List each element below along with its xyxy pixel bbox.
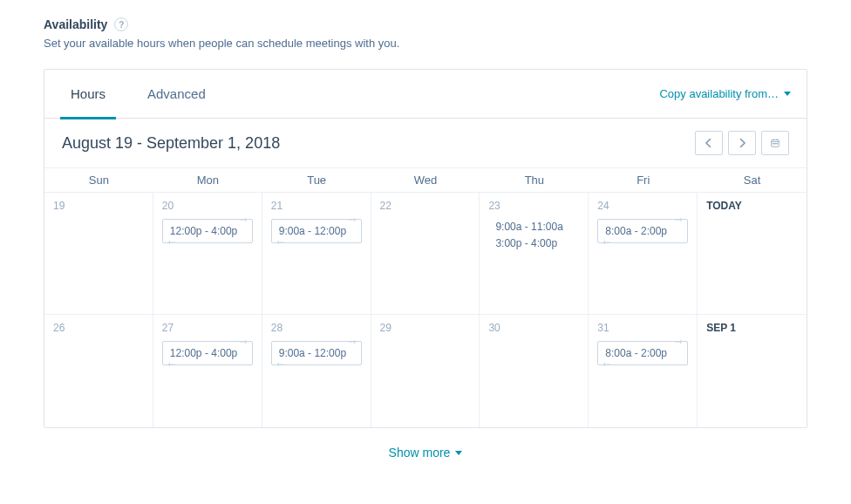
calendar-icon	[771, 139, 780, 147]
day-number: SEP 1	[706, 322, 798, 334]
day-number: 23	[488, 200, 579, 212]
time-slot[interactable]: 8:00a - 2:00p	[597, 219, 688, 243]
day-cell[interactable]: SEP 1	[698, 314, 807, 427]
day-cell[interactable]: 28 9:00a - 12:00p	[262, 314, 371, 427]
dayhead-sat: Sat	[698, 167, 807, 192]
prev-button[interactable]	[695, 131, 723, 155]
show-more-label: Show more	[389, 446, 451, 460]
time-slot-label: 8:00a - 2:00p	[605, 347, 667, 359]
copy-availability-dropdown[interactable]: Copy availability from…	[659, 87, 791, 100]
day-cell[interactable]: 19	[44, 192, 153, 314]
week-row-2: 26 27 12:00p - 4:00p 28 9:00a - 12:00p 2…	[44, 314, 807, 427]
slot-arrow-icon	[240, 217, 248, 222]
time-slot-label: 12:00p - 4:00p	[170, 225, 237, 237]
availability-card: Hours Advanced Copy availability from… A…	[44, 69, 807, 428]
slot-arrow-icon	[240, 339, 248, 344]
slot-arrow-icon	[675, 339, 684, 344]
day-number: 30	[488, 322, 579, 334]
time-slot-text: 3:00p - 4:00p	[488, 235, 579, 252]
day-number: 21	[271, 200, 362, 212]
time-slot-label: 12:00p - 4:00p	[170, 347, 237, 359]
section-description: Set your available hours when people can…	[44, 37, 807, 50]
day-number: 27	[162, 322, 253, 334]
dayhead-tue: Tue	[262, 167, 371, 192]
chevron-right-icon	[738, 139, 746, 147]
svg-rect-5	[774, 143, 775, 144]
time-slot[interactable]: 12:00p - 4:00p	[162, 341, 253, 365]
dayhead-mon: Mon	[153, 167, 262, 192]
day-number: 24	[597, 200, 688, 212]
day-cell[interactable]: 29	[371, 314, 480, 427]
slot-arrow-icon	[349, 339, 357, 344]
day-cell[interactable]: 20 12:00p - 4:00p	[153, 192, 262, 314]
day-cell[interactable]: 24 8:00a - 2:00p	[589, 192, 698, 314]
time-slot-text: 9:00a - 11:00a	[488, 219, 579, 235]
time-slot[interactable]: 9:00a - 12:00p	[271, 341, 362, 365]
time-slot[interactable]: 8:00a - 2:00p	[597, 341, 688, 365]
svg-rect-4	[773, 143, 773, 144]
chevron-down-icon	[455, 451, 462, 455]
next-button[interactable]	[728, 131, 756, 155]
time-slot[interactable]: 9:00a - 12:00p	[271, 219, 362, 243]
chevron-down-icon	[784, 92, 791, 96]
slot-arrow-icon	[602, 362, 610, 367]
dayhead-fri: Fri	[589, 167, 698, 192]
date-range-title: August 19 - September 1, 2018	[62, 134, 280, 153]
slot-arrow-icon	[675, 217, 684, 222]
slot-arrow-icon	[167, 362, 175, 367]
slot-arrow-icon	[602, 240, 610, 245]
slot-arrow-icon	[276, 240, 284, 245]
section-title: Availability	[44, 17, 107, 31]
day-number: 19	[53, 200, 144, 212]
copy-availability-label: Copy availability from…	[659, 87, 779, 100]
slot-arrow-icon	[276, 362, 284, 367]
slot-arrow-icon	[349, 217, 357, 222]
dayhead-wed: Wed	[371, 167, 480, 192]
day-number: 31	[597, 322, 688, 334]
time-slot-label: 9:00a - 12:00p	[279, 347, 346, 359]
slot-arrow-icon	[167, 240, 175, 245]
day-number: 22	[380, 200, 471, 212]
tabs: Hours Advanced Copy availability from…	[44, 70, 807, 119]
day-cell[interactable]: TODAY	[698, 192, 807, 314]
chevron-left-icon	[705, 139, 713, 147]
day-cell[interactable]: 26	[44, 314, 153, 427]
week-row-1: 19 20 12:00p - 4:00p 21 9:00a - 12:00p 2…	[44, 192, 807, 314]
dayhead-thu: Thu	[480, 167, 589, 192]
calendar-button[interactable]	[761, 131, 789, 155]
day-cell[interactable]: 23 9:00a - 11:00a 3:00p - 4:00p	[480, 192, 589, 314]
tab-hours[interactable]: Hours	[60, 71, 116, 119]
tab-advanced[interactable]: Advanced	[137, 71, 216, 119]
day-cell[interactable]: 30	[480, 314, 589, 427]
day-cell[interactable]: 31 8:00a - 2:00p	[589, 314, 698, 427]
show-more-link[interactable]: Show more	[44, 428, 807, 467]
time-slot-label: 9:00a - 12:00p	[279, 225, 346, 237]
day-number: 28	[271, 322, 362, 334]
day-headers: Sun Mon Tue Wed Thu Fri Sat	[44, 167, 807, 192]
day-cell[interactable]: 21 9:00a - 12:00p	[262, 192, 371, 314]
svg-rect-6	[776, 143, 777, 144]
time-slot-label: 8:00a - 2:00p	[605, 225, 667, 237]
date-toolbar: August 19 - September 1, 2018	[44, 119, 807, 167]
day-number: 26	[53, 322, 144, 334]
day-number: 20	[162, 200, 253, 212]
day-cell[interactable]: 27 12:00p - 4:00p	[153, 314, 262, 427]
time-slot[interactable]: 12:00p - 4:00p	[162, 219, 253, 243]
help-icon[interactable]: ?	[114, 17, 128, 31]
day-number: TODAY	[706, 200, 798, 212]
day-number: 29	[380, 322, 471, 334]
dayhead-sun: Sun	[44, 167, 153, 192]
day-cell[interactable]: 22	[371, 192, 480, 314]
